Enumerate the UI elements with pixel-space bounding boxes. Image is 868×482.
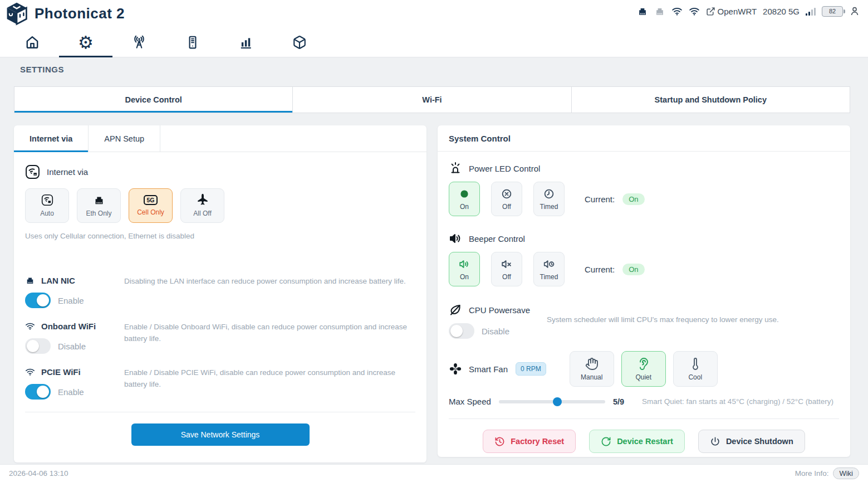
speaker-icon bbox=[449, 232, 462, 245]
ethernet-icon bbox=[25, 275, 35, 285]
beeper-current-value: On bbox=[622, 264, 644, 275]
led-current-label: Current: bbox=[585, 194, 615, 204]
system-control-title: System Control bbox=[438, 125, 850, 152]
wifi2-status-icon bbox=[689, 6, 700, 17]
pcie-wifi-row: PCIE WiFi Enable Enable / Disable PCIE W… bbox=[25, 366, 415, 400]
status-bar: OpenWRT 20820 5G 82 bbox=[637, 6, 860, 17]
5g-icon: 5G bbox=[144, 195, 157, 206]
airplane-icon bbox=[197, 194, 209, 206]
smart-quiet-hint: Smart Quiet: fan starts at 45°C (chargin… bbox=[642, 397, 833, 406]
smart-fan-group: Smart Fan 0 RPM Manual Quiet bbox=[449, 351, 839, 387]
external-link-icon bbox=[706, 7, 715, 16]
tab-internet-via[interactable]: Internet via bbox=[14, 125, 89, 152]
nav-item-settings[interactable]: ⚙ bbox=[59, 29, 112, 57]
lan-nic-state: Enable bbox=[58, 296, 84, 305]
beeper-group: Beeper Control On Off bbox=[449, 232, 839, 286]
max-speed-value: 5/9 bbox=[613, 397, 624, 406]
mode-eth-only[interactable]: Eth Only bbox=[77, 188, 121, 223]
led-off-button[interactable]: Off bbox=[491, 182, 522, 216]
fan-rpm-badge: 0 RPM bbox=[516, 362, 546, 376]
user-icon[interactable] bbox=[849, 6, 860, 17]
speaker-off-icon bbox=[501, 258, 513, 270]
mode-all-off[interactable]: All Off bbox=[180, 188, 224, 223]
speaker-clock-icon bbox=[543, 258, 555, 270]
beeper-on-button[interactable]: On bbox=[449, 252, 480, 286]
thermometer-icon bbox=[689, 357, 702, 371]
beeper-off-button[interactable]: Off bbox=[491, 252, 522, 286]
max-speed-slider[interactable] bbox=[499, 397, 605, 406]
network-label: 20820 5G bbox=[763, 7, 800, 16]
brand: Photonicat 2 bbox=[4, 1, 125, 26]
onboard-wifi-toggle[interactable] bbox=[25, 338, 51, 354]
home-icon bbox=[25, 35, 40, 50]
ear-icon bbox=[637, 357, 650, 371]
wifi-status-icon bbox=[671, 6, 683, 17]
lan-nic-label: LAN NIC bbox=[41, 276, 75, 285]
slider-track[interactable] bbox=[499, 400, 605, 403]
mode-label: Eth Only bbox=[86, 210, 111, 217]
internet-mode-group: Auto Eth Only 5G Cell Only All Off bbox=[25, 188, 415, 223]
refresh-icon bbox=[601, 436, 611, 447]
system-control-card: System Control Power LED Control On bbox=[438, 125, 850, 457]
fan-quiet-button[interactable]: Quiet bbox=[621, 351, 666, 387]
package-icon bbox=[292, 35, 307, 50]
nav-item-stats[interactable] bbox=[219, 29, 273, 57]
timestamp: 2026-04-06 13:10 bbox=[9, 469, 68, 478]
beeper-timed-button[interactable]: Timed bbox=[533, 252, 565, 286]
device-restart-button[interactable]: Device Restart bbox=[589, 430, 685, 453]
onboard-wifi-description: Enable / Disable Onboard WiFi, disable c… bbox=[124, 320, 415, 345]
fan-manual-button[interactable]: Manual bbox=[570, 351, 614, 387]
wifi-icon bbox=[25, 367, 35, 377]
nav-item-home[interactable] bbox=[6, 29, 59, 57]
ethernet-lan-icon bbox=[654, 6, 665, 17]
save-network-settings-button[interactable]: Save Network Settings bbox=[131, 423, 310, 446]
speaker-on-icon bbox=[458, 258, 470, 270]
beeper-label: Beeper Control bbox=[469, 234, 525, 244]
cpu-powersave-group: CPU Powersave Disable System scheduler w… bbox=[449, 303, 839, 339]
signal-bars-icon bbox=[806, 7, 816, 16]
mode-label: Auto bbox=[40, 210, 54, 217]
led-on-button[interactable]: On bbox=[449, 182, 480, 216]
mode-cell-only[interactable]: 5G Cell Only bbox=[129, 188, 173, 223]
openwrt-link[interactable]: OpenWRT bbox=[706, 7, 757, 16]
onboard-wifi-label: Onboard WiFi bbox=[41, 322, 96, 331]
wiki-link[interactable]: Wiki bbox=[833, 468, 859, 479]
tab-apn-setup[interactable]: APN Setup bbox=[89, 125, 160, 152]
beeper-current-label: Current: bbox=[585, 265, 615, 274]
network-tab-bar: Internet via APN Setup bbox=[14, 125, 426, 152]
power-led-group: Power LED Control On Off bbox=[449, 162, 839, 216]
factory-reset-button[interactable]: Factory Reset bbox=[483, 430, 576, 453]
modem-icon bbox=[185, 35, 200, 50]
pcie-wifi-toggle[interactable] bbox=[25, 384, 51, 400]
cpu-powersave-toggle[interactable] bbox=[449, 323, 474, 339]
nav-item-packages[interactable] bbox=[273, 29, 326, 57]
onboard-wifi-row: Onboard WiFi Disable Enable / Disable On… bbox=[25, 320, 415, 354]
cpu-powersave-description: System scheduler will limit CPU's max fr… bbox=[547, 303, 839, 324]
battery-percent: 82 bbox=[829, 8, 836, 14]
cpu-powersave-state: Disable bbox=[482, 327, 509, 336]
power-icon bbox=[710, 436, 720, 447]
footer: 2026-04-06 13:10 More Info: Wiki bbox=[0, 464, 868, 482]
led-current-value: On bbox=[622, 193, 644, 205]
page-title: SETTINGS bbox=[20, 65, 64, 74]
device-actions: Factory Reset Device Restart Device Shut… bbox=[449, 418, 839, 453]
fan-cool-button[interactable]: Cool bbox=[673, 351, 718, 387]
ethernet-icon bbox=[93, 194, 105, 206]
led-timed-button[interactable]: Timed bbox=[533, 182, 565, 216]
tab-wifi[interactable]: Wi-Fi bbox=[292, 87, 571, 113]
lan-nic-toggle[interactable] bbox=[25, 293, 51, 308]
auto-mode-icon bbox=[41, 194, 53, 206]
tab-device-control[interactable]: Device Control bbox=[14, 87, 292, 113]
slider-thumb[interactable] bbox=[553, 397, 562, 406]
tab-startup-shutdown-policy[interactable]: Startup and Shutdown Policy bbox=[571, 87, 850, 113]
internet-via-heading: Internet via bbox=[25, 164, 415, 179]
nav-item-cellular[interactable] bbox=[112, 29, 166, 57]
led-on-icon bbox=[458, 188, 470, 200]
gear-icon: ⚙ bbox=[78, 34, 94, 51]
nav-item-modem[interactable] bbox=[166, 29, 219, 57]
device-shutdown-button[interactable]: Device Shutdown bbox=[698, 430, 805, 453]
onboard-wifi-state: Disable bbox=[58, 342, 86, 351]
pcie-wifi-state: Enable bbox=[58, 387, 84, 397]
max-speed-row: Max Speed 5/9 Smart Quiet: fan starts at… bbox=[449, 397, 839, 406]
mode-auto[interactable]: Auto bbox=[25, 188, 69, 223]
